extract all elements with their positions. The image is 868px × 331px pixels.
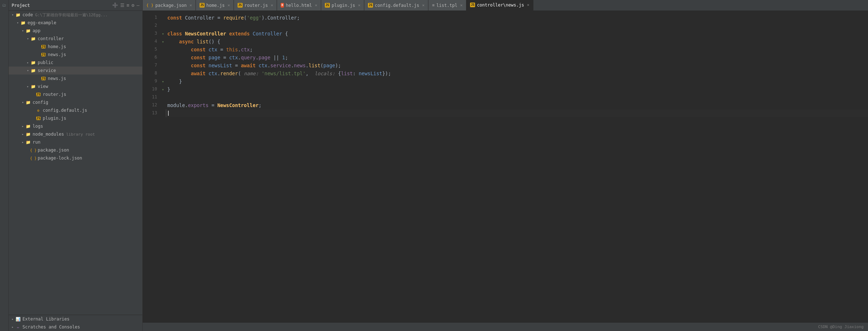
prop-service: service xyxy=(271,61,291,69)
line-num-11: 11 xyxy=(143,93,157,101)
tab-package-json[interactable]: { } package.json ✕ xyxy=(143,0,196,11)
tree-item-package-json[interactable]: { } package.json xyxy=(9,146,142,154)
tree-item-run[interactable]: ▸ 📁 run xyxy=(9,138,142,146)
code-line-13[interactable] xyxy=(166,109,868,117)
tab-plugin-js[interactable]: JS plugin.js ✕ xyxy=(321,0,364,11)
gutter-13 xyxy=(160,109,166,117)
tree-item-public[interactable]: ▸ 📁 public xyxy=(9,59,142,67)
tree-item-news-js-svc[interactable]: JS news.js xyxy=(9,75,142,82)
tree-label-news-js-svc: news.js xyxy=(48,76,66,81)
folder-icon-config: 📁 xyxy=(25,99,31,105)
tab-close-package-json[interactable]: ✕ xyxy=(190,3,192,8)
tree-label-public: public xyxy=(38,60,53,65)
tree-label-config-default: config.default.js xyxy=(43,108,87,113)
prop-query: query xyxy=(241,54,256,61)
cls-news-ctrl-ref: NewsController xyxy=(217,101,259,109)
tree-item-code[interactable]: ▾ 📁 code G:\丁家雄自学前端最后一遍\12Egg... xyxy=(9,11,142,19)
tree-item-config-default[interactable]: ⚙ config.default.js xyxy=(9,106,142,114)
tree-arrow-ext-lib: ▸ xyxy=(10,317,15,321)
tab-icon-router-js: JS xyxy=(238,3,243,8)
code-line-8: await ctx . render ( name: 'news/list.tp… xyxy=(166,69,868,77)
tab-router-js[interactable]: JS router.js ✕ xyxy=(234,0,277,11)
tab-controller-news-js[interactable]: JS controller\news.js ✕ xyxy=(466,0,533,11)
fn-list-call: list xyxy=(309,61,320,69)
param-page: page xyxy=(323,61,335,69)
tree-item-controller[interactable]: ▾ 📁 controller xyxy=(9,35,142,43)
tree-item-plugin-js[interactable]: JS plugin.js xyxy=(9,114,142,122)
activity-bar-project-icon[interactable]: 🗂 xyxy=(1,1,8,9)
tree-item-view[interactable]: ▸ 📁 view xyxy=(9,82,142,90)
tree-item-app[interactable]: ▾ 📁 app xyxy=(9,27,142,35)
code-line-2 xyxy=(166,22,868,30)
collapse-icon[interactable]: ≡ xyxy=(127,3,130,8)
tree-item-service[interactable]: ▾ 📁 service xyxy=(9,67,142,75)
expand-icon[interactable]: ☰ xyxy=(120,3,125,8)
tree-label-controller: controller xyxy=(38,36,64,41)
settings-icon[interactable]: ⚙ xyxy=(131,3,134,8)
gutter-9[interactable]: ▾ xyxy=(160,77,166,85)
tree-item-home-js[interactable]: JS home.js xyxy=(9,43,142,51)
tree-item-router-js[interactable]: JS router.js xyxy=(9,90,142,98)
tab-close-config-default-js[interactable]: ✕ xyxy=(422,3,425,8)
sidebar-header: Project ➕ ☰ ≡ ⚙ — xyxy=(9,0,142,11)
code-line-7: const newsList = await ctx . service . n… xyxy=(166,61,868,69)
tab-close-controller-news-js[interactable]: ✕ xyxy=(527,3,529,7)
tab-icon-controller-news: JS xyxy=(470,3,475,7)
prop-ctx: ctx xyxy=(241,46,250,54)
tree-item-news-js-ctrl[interactable]: JS news.js xyxy=(9,51,142,59)
tab-close-hello-html[interactable]: ✕ xyxy=(315,3,317,8)
tab-list-tpl[interactable]: ≡ list.tpl ✕ xyxy=(428,0,466,11)
folder-icon-controller: 📁 xyxy=(30,36,36,42)
tree-item-egg-example[interactable]: ▾ 📁 egg-example xyxy=(9,19,142,27)
str-egg: 'egg' xyxy=(247,14,262,22)
tab-close-home-js[interactable]: ✕ xyxy=(227,3,230,8)
tab-close-plugin-js[interactable]: ✕ xyxy=(358,3,361,8)
tree-arrow-view: ▸ xyxy=(25,85,30,88)
js-icon-home: JS xyxy=(41,44,46,50)
scratch-icon: ✏ xyxy=(15,324,21,330)
tab-label-package-json: package.json xyxy=(155,3,187,8)
tab-label-config-default-js: config.default.js xyxy=(375,3,419,8)
line-num-3: 3 xyxy=(143,30,157,38)
tree-label-config: config xyxy=(33,100,48,105)
tree-label-package-json: package.json xyxy=(38,148,69,153)
code-content[interactable]: const Controller = require ( 'egg' ). Co… xyxy=(166,11,868,322)
js-icon-router: JS xyxy=(35,92,41,97)
tree-arrow-app: ▾ xyxy=(20,29,25,33)
gutter-4[interactable]: ▾ xyxy=(160,38,166,46)
tab-close-router-js[interactable]: ✕ xyxy=(271,3,273,8)
json-icon-package: { } xyxy=(30,147,36,153)
js-icon-plugin: JS xyxy=(35,115,41,121)
folder-icon-public: 📁 xyxy=(30,60,36,65)
tree-item-logs[interactable]: ▸ 📁 logs xyxy=(9,122,142,130)
tab-label-router-js: router.js xyxy=(244,3,268,8)
tree-item-package-lock[interactable]: { } package-lock.json xyxy=(9,154,142,162)
add-icon[interactable]: ➕ xyxy=(112,3,118,8)
tree-label-run: run xyxy=(33,140,41,145)
var-controller: Controller xyxy=(185,14,214,22)
tree-item-external-libraries[interactable]: ▸ 📊 External Libraries xyxy=(9,315,142,323)
js-icon-news-svc: JS xyxy=(41,76,46,81)
var-newslist: newsList xyxy=(209,61,232,69)
cls-news-controller: NewsController xyxy=(185,30,226,38)
line-num-6: 6 xyxy=(143,54,157,61)
json-icon-lock: { } xyxy=(30,155,36,161)
kw-const-7: const xyxy=(191,61,206,69)
line-num-9: 9 xyxy=(143,77,157,85)
kw-await-8: await xyxy=(191,69,206,77)
kw-this: this xyxy=(226,46,238,54)
tree-item-config[interactable]: ▾ 📁 config xyxy=(9,98,142,106)
minimize-icon[interactable]: — xyxy=(137,3,139,8)
tab-config-default-js[interactable]: JS config.default.js ✕ xyxy=(364,0,428,11)
folder-icon-view: 📁 xyxy=(30,84,36,89)
tree-item-node-modules[interactable]: ▸ 📁 node_modules library root xyxy=(9,130,142,138)
tab-close-list-tpl[interactable]: ✕ xyxy=(460,3,463,8)
gutter-10[interactable]: ▾ xyxy=(160,85,166,93)
gutter-3[interactable]: ▾ xyxy=(160,30,166,38)
tab-hello-html[interactable]: H hello.html ✕ xyxy=(277,0,321,11)
kw-const-6: const xyxy=(191,54,206,61)
tree-item-scratches[interactable]: ▸ ✏ Scratches and Consoles xyxy=(9,323,142,331)
js-icon-news-ctrl: JS xyxy=(41,52,46,58)
ext-lib-icon: 📊 xyxy=(15,316,21,322)
tab-home-js[interactable]: JS home.js ✕ xyxy=(196,0,234,11)
